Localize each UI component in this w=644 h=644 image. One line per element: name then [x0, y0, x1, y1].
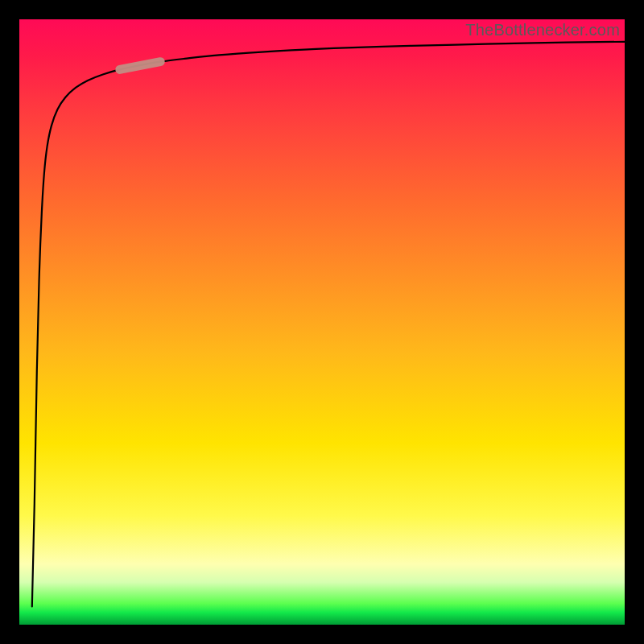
chart-frame: TheBottlenecker.com: [0, 0, 644, 644]
plot-area: TheBottlenecker.com: [19, 19, 625, 625]
highlight-marker: [120, 62, 160, 70]
bottleneck-curve: [32, 42, 625, 607]
curve-layer: [19, 19, 625, 625]
